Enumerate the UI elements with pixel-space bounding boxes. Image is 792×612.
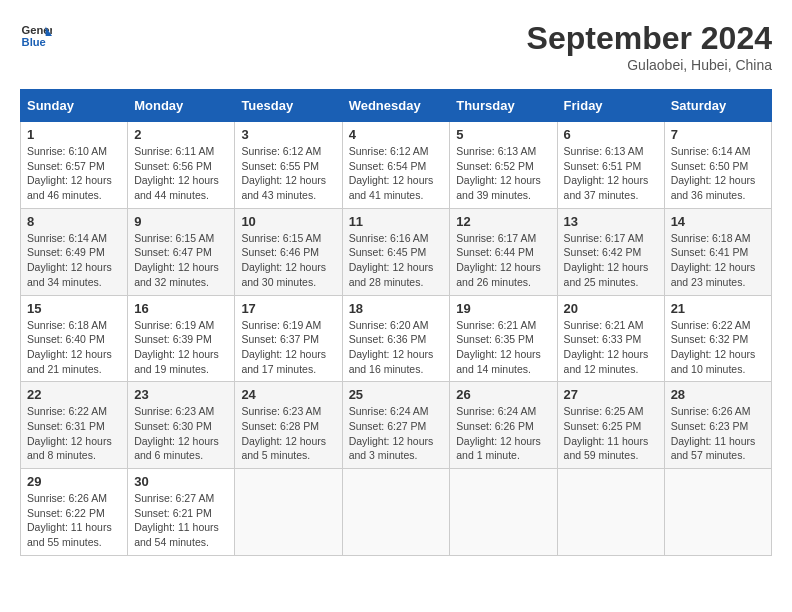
- day-number: 11: [349, 214, 444, 229]
- day-info: Sunrise: 6:21 AMSunset: 6:33 PMDaylight:…: [564, 318, 658, 377]
- day-number: 4: [349, 127, 444, 142]
- calendar-cell: 30Sunrise: 6:27 AMSunset: 6:21 PMDayligh…: [128, 469, 235, 556]
- weekday-header-friday: Friday: [557, 90, 664, 122]
- day-info: Sunrise: 6:19 AMSunset: 6:37 PMDaylight:…: [241, 318, 335, 377]
- calendar-week-2: 8Sunrise: 6:14 AMSunset: 6:49 PMDaylight…: [21, 208, 772, 295]
- logo: General Blue: [20, 20, 52, 52]
- day-number: 7: [671, 127, 765, 142]
- calendar-cell: 12Sunrise: 6:17 AMSunset: 6:44 PMDayligh…: [450, 208, 557, 295]
- calendar-cell: 19Sunrise: 6:21 AMSunset: 6:35 PMDayligh…: [450, 295, 557, 382]
- day-info: Sunrise: 6:14 AMSunset: 6:49 PMDaylight:…: [27, 231, 121, 290]
- day-info: Sunrise: 6:25 AMSunset: 6:25 PMDaylight:…: [564, 404, 658, 463]
- day-info: Sunrise: 6:13 AMSunset: 6:52 PMDaylight:…: [456, 144, 550, 203]
- day-info: Sunrise: 6:26 AMSunset: 6:23 PMDaylight:…: [671, 404, 765, 463]
- weekday-header-row: SundayMondayTuesdayWednesdayThursdayFrid…: [21, 90, 772, 122]
- day-number: 3: [241, 127, 335, 142]
- calendar-cell: 22Sunrise: 6:22 AMSunset: 6:31 PMDayligh…: [21, 382, 128, 469]
- calendar-cell: 25Sunrise: 6:24 AMSunset: 6:27 PMDayligh…: [342, 382, 450, 469]
- day-info: Sunrise: 6:17 AMSunset: 6:42 PMDaylight:…: [564, 231, 658, 290]
- day-number: 5: [456, 127, 550, 142]
- calendar-cell: 16Sunrise: 6:19 AMSunset: 6:39 PMDayligh…: [128, 295, 235, 382]
- day-number: 23: [134, 387, 228, 402]
- day-info: Sunrise: 6:22 AMSunset: 6:32 PMDaylight:…: [671, 318, 765, 377]
- calendar-cell: 20Sunrise: 6:21 AMSunset: 6:33 PMDayligh…: [557, 295, 664, 382]
- day-number: 18: [349, 301, 444, 316]
- day-number: 22: [27, 387, 121, 402]
- day-number: 15: [27, 301, 121, 316]
- day-number: 9: [134, 214, 228, 229]
- day-info: Sunrise: 6:10 AMSunset: 6:57 PMDaylight:…: [27, 144, 121, 203]
- day-number: 14: [671, 214, 765, 229]
- day-number: 19: [456, 301, 550, 316]
- day-number: 1: [27, 127, 121, 142]
- day-info: Sunrise: 6:18 AMSunset: 6:40 PMDaylight:…: [27, 318, 121, 377]
- calendar-week-5: 29Sunrise: 6:26 AMSunset: 6:22 PMDayligh…: [21, 469, 772, 556]
- day-info: Sunrise: 6:26 AMSunset: 6:22 PMDaylight:…: [27, 491, 121, 550]
- calendar-cell: [557, 469, 664, 556]
- calendar-cell: 11Sunrise: 6:16 AMSunset: 6:45 PMDayligh…: [342, 208, 450, 295]
- calendar-cell: 5Sunrise: 6:13 AMSunset: 6:52 PMDaylight…: [450, 122, 557, 209]
- day-info: Sunrise: 6:11 AMSunset: 6:56 PMDaylight:…: [134, 144, 228, 203]
- day-info: Sunrise: 6:14 AMSunset: 6:50 PMDaylight:…: [671, 144, 765, 203]
- day-info: Sunrise: 6:20 AMSunset: 6:36 PMDaylight:…: [349, 318, 444, 377]
- calendar-week-4: 22Sunrise: 6:22 AMSunset: 6:31 PMDayligh…: [21, 382, 772, 469]
- weekday-header-sunday: Sunday: [21, 90, 128, 122]
- day-info: Sunrise: 6:24 AMSunset: 6:27 PMDaylight:…: [349, 404, 444, 463]
- day-info: Sunrise: 6:21 AMSunset: 6:35 PMDaylight:…: [456, 318, 550, 377]
- calendar-cell: 15Sunrise: 6:18 AMSunset: 6:40 PMDayligh…: [21, 295, 128, 382]
- day-number: 26: [456, 387, 550, 402]
- calendar-cell: 1Sunrise: 6:10 AMSunset: 6:57 PMDaylight…: [21, 122, 128, 209]
- calendar-cell: 27Sunrise: 6:25 AMSunset: 6:25 PMDayligh…: [557, 382, 664, 469]
- calendar-cell: 17Sunrise: 6:19 AMSunset: 6:37 PMDayligh…: [235, 295, 342, 382]
- day-number: 25: [349, 387, 444, 402]
- weekday-header-wednesday: Wednesday: [342, 90, 450, 122]
- day-info: Sunrise: 6:18 AMSunset: 6:41 PMDaylight:…: [671, 231, 765, 290]
- calendar-cell: [450, 469, 557, 556]
- day-info: Sunrise: 6:23 AMSunset: 6:28 PMDaylight:…: [241, 404, 335, 463]
- day-info: Sunrise: 6:23 AMSunset: 6:30 PMDaylight:…: [134, 404, 228, 463]
- calendar-cell: 14Sunrise: 6:18 AMSunset: 6:41 PMDayligh…: [664, 208, 771, 295]
- calendar-cell: 9Sunrise: 6:15 AMSunset: 6:47 PMDaylight…: [128, 208, 235, 295]
- day-info: Sunrise: 6:15 AMSunset: 6:47 PMDaylight:…: [134, 231, 228, 290]
- logo-icon: General Blue: [20, 20, 52, 52]
- day-info: Sunrise: 6:16 AMSunset: 6:45 PMDaylight:…: [349, 231, 444, 290]
- day-info: Sunrise: 6:13 AMSunset: 6:51 PMDaylight:…: [564, 144, 658, 203]
- calendar-cell: 13Sunrise: 6:17 AMSunset: 6:42 PMDayligh…: [557, 208, 664, 295]
- weekday-header-tuesday: Tuesday: [235, 90, 342, 122]
- calendar-cell: 8Sunrise: 6:14 AMSunset: 6:49 PMDaylight…: [21, 208, 128, 295]
- calendar-cell: 29Sunrise: 6:26 AMSunset: 6:22 PMDayligh…: [21, 469, 128, 556]
- day-number: 24: [241, 387, 335, 402]
- month-title: September 2024: [527, 20, 772, 57]
- calendar-cell: 18Sunrise: 6:20 AMSunset: 6:36 PMDayligh…: [342, 295, 450, 382]
- day-number: 2: [134, 127, 228, 142]
- weekday-header-saturday: Saturday: [664, 90, 771, 122]
- day-info: Sunrise: 6:12 AMSunset: 6:54 PMDaylight:…: [349, 144, 444, 203]
- day-number: 28: [671, 387, 765, 402]
- day-info: Sunrise: 6:12 AMSunset: 6:55 PMDaylight:…: [241, 144, 335, 203]
- calendar-table: SundayMondayTuesdayWednesdayThursdayFrid…: [20, 89, 772, 556]
- day-number: 20: [564, 301, 658, 316]
- day-number: 27: [564, 387, 658, 402]
- calendar-cell: 21Sunrise: 6:22 AMSunset: 6:32 PMDayligh…: [664, 295, 771, 382]
- weekday-header-monday: Monday: [128, 90, 235, 122]
- calendar-cell: 24Sunrise: 6:23 AMSunset: 6:28 PMDayligh…: [235, 382, 342, 469]
- calendar-cell: 10Sunrise: 6:15 AMSunset: 6:46 PMDayligh…: [235, 208, 342, 295]
- svg-text:Blue: Blue: [22, 36, 46, 48]
- day-number: 21: [671, 301, 765, 316]
- day-info: Sunrise: 6:24 AMSunset: 6:26 PMDaylight:…: [456, 404, 550, 463]
- calendar-week-3: 15Sunrise: 6:18 AMSunset: 6:40 PMDayligh…: [21, 295, 772, 382]
- day-info: Sunrise: 6:17 AMSunset: 6:44 PMDaylight:…: [456, 231, 550, 290]
- calendar-cell: 23Sunrise: 6:23 AMSunset: 6:30 PMDayligh…: [128, 382, 235, 469]
- day-number: 12: [456, 214, 550, 229]
- calendar-cell: 6Sunrise: 6:13 AMSunset: 6:51 PMDaylight…: [557, 122, 664, 209]
- day-number: 8: [27, 214, 121, 229]
- day-info: Sunrise: 6:27 AMSunset: 6:21 PMDaylight:…: [134, 491, 228, 550]
- day-number: 6: [564, 127, 658, 142]
- day-number: 16: [134, 301, 228, 316]
- calendar-cell: [342, 469, 450, 556]
- day-info: Sunrise: 6:15 AMSunset: 6:46 PMDaylight:…: [241, 231, 335, 290]
- day-info: Sunrise: 6:19 AMSunset: 6:39 PMDaylight:…: [134, 318, 228, 377]
- location: Gulaobei, Hubei, China: [527, 57, 772, 73]
- day-number: 30: [134, 474, 228, 489]
- calendar-cell: 4Sunrise: 6:12 AMSunset: 6:54 PMDaylight…: [342, 122, 450, 209]
